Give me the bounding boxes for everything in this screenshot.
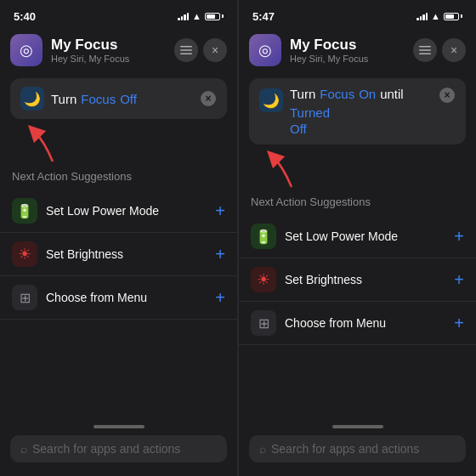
action-until-right: until [380,87,404,101]
low-power-add-left[interactable]: + [215,201,225,221]
right-panel: 5:47 ▲ ◎ My Focus Hey Siri, My Focus [238,0,476,476]
focus-app-icon-left: ◎ [10,34,42,66]
svg-rect-0 [180,46,192,48]
action-icon-right: 🌙 [259,88,283,112]
action-word2-left[interactable]: Focus [81,92,116,106]
status-bar-left: 5:40 ▲ [0,0,237,27]
focus-title-left: My Focus [51,37,166,54]
brightness-icon-right: ☀ [251,267,276,292]
brightness-add-left[interactable]: + [215,245,225,264]
home-indicator-left [94,425,144,428]
svg-rect-3 [419,46,431,48]
low-power-icon-left: 🔋 [12,198,37,224]
suggestion-low-power-right[interactable]: 🔋 Set Low Power Mode + [239,215,476,258]
arrow-left [10,124,227,167]
home-indicator-right [332,425,383,428]
suggestion-menu-right[interactable]: ⊞ Choose from Menu + [239,302,476,345]
low-power-label-left: Set Low Power Mode [46,204,207,218]
status-bar-right: 5:47 ▲ [239,0,476,27]
low-power-label-right: Set Low Power Mode [285,230,445,243]
action-off-right[interactable]: Off [290,122,307,136]
wifi-icon-left: ▲ [192,11,201,21]
menu-button-right[interactable] [413,38,437,62]
suggestion-brightness-right[interactable]: ☀ Set Brightness + [239,258,476,302]
svg-rect-2 [180,54,192,55]
close-button-left[interactable]: × [203,38,227,62]
brightness-label-left: Set Brightness [46,247,207,261]
action-icon-left: 🌙 [20,87,44,110]
suggestion-menu-left[interactable]: ⊞ Choose from Menu + [0,276,237,320]
close-button-right[interactable]: × [442,38,466,62]
menu-button-left[interactable] [174,38,198,62]
menu-icon-right: ⊞ [251,310,276,336]
header-buttons-right: × [413,38,466,62]
header-buttons-left: × [174,38,227,62]
status-icons-right: ▲ [416,11,462,21]
focus-title-right: My Focus [290,37,405,54]
action-text-line1-right: Turn Focus On until Turned [290,87,432,120]
menu-icon-left: ⊞ [12,285,37,310]
svg-rect-4 [419,49,431,51]
menu-add-right[interactable]: + [454,314,464,333]
action-remove-right[interactable]: × [439,87,456,104]
search-placeholder-right: Search for apps and actions [271,442,419,456]
search-placeholder-left: Search for apps and actions [32,442,180,456]
app-header-left: ◎ My Focus Hey Siri, My Focus × [0,27,237,73]
focus-subtitle-left: Hey Siri, My Focus [51,54,166,64]
svg-rect-1 [180,49,192,51]
time-left: 5:40 [14,10,36,23]
menu-label-right: Choose from Menu [285,316,445,330]
search-bar-left[interactable]: ⌕ Search for apps and actions [10,435,227,462]
suggestion-low-power-left[interactable]: 🔋 Set Low Power Mode + [0,190,237,233]
suggestion-brightness-left[interactable]: ☀ Set Brightness + [0,233,237,276]
time-right: 5:47 [252,10,275,23]
bottom-bar-right: ⌕ Search for apps and actions [239,411,476,476]
low-power-add-right[interactable]: + [454,227,464,246]
brightness-label-right: Set Brightness [285,273,445,286]
app-header-right: ◎ My Focus Hey Siri, My Focus × [239,27,476,73]
suggestions-label-right: Next Action Suggestions [239,192,476,215]
suggestions-label-left: Next Action Suggestions [0,167,237,190]
brightness-add-right[interactable]: + [454,270,464,290]
action-word3-left[interactable]: Off [120,92,137,106]
action-text-line2-right: Off [290,122,432,136]
action-word1-left: Turn [51,92,76,106]
signal-icon-left [178,12,189,20]
search-icon-right: ⌕ [259,442,266,456]
menu-label-left: Choose from Menu [46,291,207,304]
signal-icon-right [416,12,428,20]
action-block-left[interactable]: 🌙 Turn Focus Off × [10,78,227,119]
focus-subtitle-right: Hey Siri, My Focus [290,54,405,64]
action-on-right[interactable]: On [359,87,376,101]
battery-icon-right [444,13,462,20]
action-text-left: Turn Focus Off [51,92,137,106]
action-turn-right: Turn [290,87,315,101]
battery-icon-left [205,13,224,20]
arrow-right [249,150,466,192]
wifi-icon-right: ▲ [431,11,440,21]
svg-rect-5 [419,54,431,55]
status-icons-left: ▲ [178,11,224,21]
search-icon-left: ⌕ [20,442,27,456]
left-panel: 5:40 ▲ ◎ My Focus Hey Siri, My Focus [0,0,238,476]
focus-title-group-right: My Focus Hey Siri, My Focus [290,37,405,64]
action-block-right[interactable]: 🌙 Turn Focus On until Turned Off × [249,78,466,144]
focus-title-group-left: My Focus Hey Siri, My Focus [51,37,166,64]
menu-add-left[interactable]: + [215,288,225,308]
brightness-icon-left: ☀ [12,241,37,267]
focus-app-icon-right: ◎ [249,34,281,66]
bottom-bar-left: ⌕ Search for apps and actions [0,411,237,476]
low-power-icon-right: 🔋 [251,224,276,249]
action-focus-right[interactable]: Focus [320,87,354,101]
action-turned-right[interactable]: Turned [290,105,330,120]
search-bar-right[interactable]: ⌕ Search for apps and actions [249,435,466,462]
action-remove-left[interactable]: × [200,90,217,107]
